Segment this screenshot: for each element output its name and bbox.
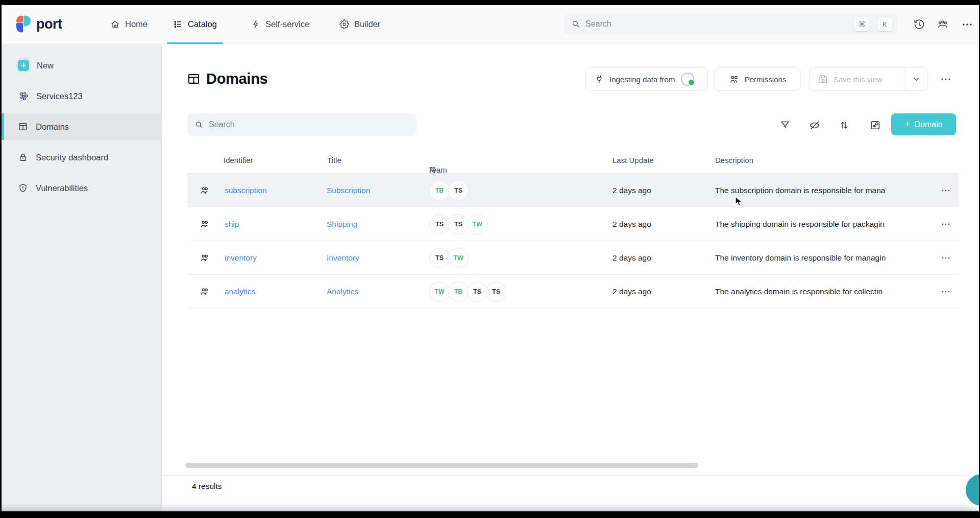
filter-icon xyxy=(779,120,791,131)
team-badge[interactable]: TW xyxy=(448,248,469,268)
main-content: Domains Ingesting data from Permissions xyxy=(162,44,979,511)
more-icon xyxy=(941,255,950,261)
port-logo[interactable]: port xyxy=(16,15,62,33)
last-update-cell: 2 days ago xyxy=(612,220,651,229)
sidebar-item-domains[interactable]: Domains xyxy=(2,113,161,140)
nav-builder-label: Builder xyxy=(354,19,380,29)
group-icon xyxy=(200,185,210,196)
column-header-identifier[interactable]: Identifier xyxy=(224,156,253,164)
description-cell: The shipping domain is responsible for p… xyxy=(715,220,926,229)
title-link[interactable]: Inventory xyxy=(327,253,359,263)
description-cell: The subscription domain is responsible f… xyxy=(715,186,926,195)
nav-catalog[interactable]: Catalog xyxy=(173,5,217,43)
group-by-button[interactable] xyxy=(868,118,883,132)
sort-arrows-icon xyxy=(839,120,850,131)
plug-icon xyxy=(594,74,604,84)
title-link[interactable]: Analytics xyxy=(327,287,358,296)
sidebar-item-label: Vulnerabilities xyxy=(36,183,88,193)
eye-slash-icon xyxy=(808,119,821,131)
search-icon xyxy=(571,19,580,29)
app-window: port Home Catalog Self-service xyxy=(2,5,979,511)
save-view-dropdown-button[interactable] xyxy=(904,68,927,90)
identifier-link[interactable]: subscription xyxy=(225,186,267,195)
nav-builder[interactable]: Builder xyxy=(339,5,380,43)
description-cell: The analytics domain is responsible for … xyxy=(715,287,926,296)
team-badge[interactable]: TB xyxy=(448,281,469,302)
team-badge[interactable]: TS xyxy=(448,180,469,201)
column-header-last-update[interactable]: Last Update xyxy=(612,156,654,164)
keycap-cmd: ⌘ xyxy=(854,17,869,31)
team-badge[interactable]: TW xyxy=(467,214,487,234)
nav-self-service[interactable]: Self-service xyxy=(251,5,309,43)
lock-icon xyxy=(18,152,28,162)
ingesting-data-button[interactable]: Ingesting data from xyxy=(585,67,708,91)
plus-icon: + xyxy=(904,119,910,129)
group-icon xyxy=(200,253,210,263)
more-icon xyxy=(941,289,950,295)
hide-columns-button[interactable] xyxy=(807,118,822,132)
column-header-description[interactable]: Description xyxy=(715,156,753,164)
identifier-link[interactable]: analytics xyxy=(225,287,255,296)
more-icon xyxy=(940,76,951,83)
history-icon[interactable] xyxy=(913,18,925,31)
row-more-button[interactable] xyxy=(937,217,955,232)
integration-status-icon xyxy=(681,73,694,86)
sidebar-item-label: Security dashboard xyxy=(36,153,108,162)
global-search[interactable]: ⌘ K xyxy=(564,14,897,34)
filter-button[interactable] xyxy=(778,118,792,132)
table-row[interactable]: inventory Inventory TS TW 2 days ago The… xyxy=(187,241,959,275)
add-domain-button[interactable]: + Domain xyxy=(891,113,956,135)
shield-alert-icon xyxy=(18,183,28,193)
nav-catalog-label: Catalog xyxy=(188,19,217,29)
team-badge[interactable]: TB xyxy=(429,180,450,201)
sidebar-item-security-dashboard[interactable]: Security dashboard xyxy=(2,144,161,171)
more-icon xyxy=(941,221,950,227)
column-header-title[interactable]: Title xyxy=(327,156,341,164)
table-row[interactable]: analytics Analytics TW TB TS TS 2 days a… xyxy=(187,275,959,309)
page-more-button[interactable] xyxy=(935,70,957,88)
lightning-icon xyxy=(251,19,260,29)
horizontal-scrollbar[interactable] xyxy=(185,463,698,468)
gear-icon xyxy=(339,19,349,29)
title-link[interactable]: Subscription xyxy=(327,186,370,195)
permissions-button[interactable]: Permissions xyxy=(714,67,801,91)
nav-self-service-label: Self-service xyxy=(265,19,309,29)
sidebar-item-vulnerabilities[interactable]: Vulnerabilities xyxy=(2,175,161,201)
keycap-k: K xyxy=(877,17,892,31)
table-search-input[interactable] xyxy=(209,120,409,129)
search-icon xyxy=(194,120,204,129)
more-icon[interactable] xyxy=(962,21,974,33)
table-grid-icon xyxy=(187,72,201,86)
identifier-link[interactable]: inventory xyxy=(225,253,257,263)
team-badges: TS TW xyxy=(429,248,469,268)
row-more-button[interactable] xyxy=(937,284,955,299)
team-badge[interactable]: TS xyxy=(448,214,469,234)
row-more-button[interactable] xyxy=(937,250,955,266)
team-badge[interactable]: TS xyxy=(486,281,506,302)
table-row[interactable]: ship Shipping TS TS TW 2 days ago The sh… xyxy=(187,207,959,241)
table-row[interactable]: subscription Subscription TB TS 2 days a… xyxy=(187,174,959,207)
title-link[interactable]: Shipping xyxy=(327,220,357,229)
team-badge[interactable]: TS xyxy=(467,281,487,302)
home-icon xyxy=(110,19,120,29)
team-badge[interactable]: TS xyxy=(429,248,450,268)
nav-home[interactable]: Home xyxy=(110,5,148,43)
table-search[interactable] xyxy=(187,113,416,136)
results-count: 4 results xyxy=(192,482,222,491)
global-search-input[interactable] xyxy=(585,19,846,29)
team-badges: TW TB TS TS xyxy=(429,281,506,302)
team-badge[interactable]: TW xyxy=(429,281,450,302)
team-badge[interactable]: TS xyxy=(429,214,450,234)
more-icon xyxy=(941,187,950,194)
port-logo-icon xyxy=(16,15,32,33)
save-view-button[interactable]: Save this view xyxy=(810,74,899,84)
identifier-link[interactable]: ship xyxy=(225,220,239,229)
page-header: Domains xyxy=(187,70,267,87)
organization-icon[interactable] xyxy=(937,18,949,31)
row-more-button[interactable] xyxy=(937,183,955,198)
sidebar-item-services123[interactable]: Services123 xyxy=(2,83,161,109)
sort-button[interactable] xyxy=(837,118,851,132)
sidebar-item-new[interactable]: + New xyxy=(2,52,161,79)
sidebar-item-label: Domains xyxy=(36,122,69,132)
table-grid-icon xyxy=(18,122,28,132)
